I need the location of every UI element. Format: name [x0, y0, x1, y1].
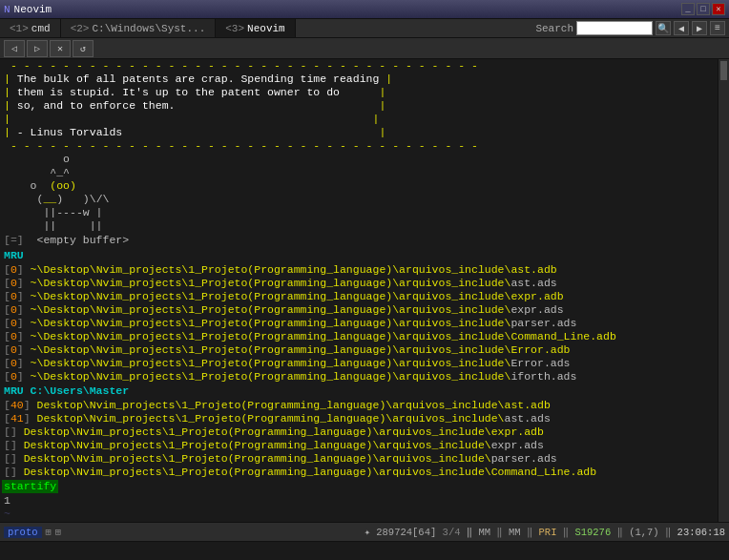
tab-prefix-2: <2> — [71, 23, 90, 34]
search-label: Search — [535, 23, 573, 34]
status-pos: ✦ 289724[64] — [364, 527, 437, 538]
mru-item-8[interactable]: [0] ~\Desktop\Nvim_projects\1_Projeto(Pr… — [0, 357, 718, 370]
scrollbar[interactable] — [718, 59, 729, 522]
status-delim6: ‖ — [665, 527, 677, 538]
tab-label-neovim: Neovim — [247, 23, 285, 34]
cursor-line: 1 — [0, 494, 718, 508]
main-content: - - - - - - - - - - - - - - - - - - - - … — [0, 59, 729, 522]
quote-line-0: - - - - - - - - - - - - - - - - - - - - … — [0, 59, 718, 73]
status-delim1: 3/4 — [443, 527, 467, 538]
titlebar: N Neovim _ □ ✕ — [0, 0, 729, 19]
status-sep2: ⊞ — [55, 526, 61, 538]
status-mm: ‖ MM — [467, 527, 490, 538]
status-time: 23:06:18 — [677, 527, 725, 538]
cmdline[interactable] — [0, 541, 729, 560]
tabbar: <1> cmd <2> C:\Windows\Syst... <3> Neovi… — [0, 19, 729, 38]
tab-prefix-1: <1> — [10, 23, 29, 34]
editor-area[interactable]: - - - - - - - - - - - - - - - - - - - - … — [0, 59, 718, 522]
status-cursor-pos: (1,7) — [629, 527, 659, 538]
toolbar-btn-2[interactable]: ▷ — [27, 40, 48, 57]
menu-button[interactable]: ≡ — [710, 21, 725, 35]
search-button[interactable]: 🔍 — [656, 21, 671, 35]
search-box[interactable] — [576, 21, 653, 35]
quote-line-1: | The bulk of all patents are crap. Spen… — [0, 73, 718, 86]
titlebar-title: Neovim — [14, 4, 52, 15]
mru-item-3[interactable]: [0] ~\Desktop\Nvim_projects\1_Projeto(Pr… — [0, 290, 718, 303]
mru-item-4[interactable]: [0] ~\Desktop\Nvim_projects\1_Projeto(Pr… — [0, 303, 718, 317]
toolbar-btn-3[interactable]: ✕ — [50, 40, 71, 57]
startify-label: startify — [2, 480, 58, 493]
toolbar: ◁ ▷ ✕ ↺ — [0, 38, 729, 59]
scrollbar-thumb[interactable] — [720, 61, 727, 80]
quote-line-2: | them is stupid. It's up to the patent … — [0, 86, 718, 99]
quote-line-6: - - - - - - - - - - - - - - - - - - - - … — [0, 139, 718, 153]
mru-item-7[interactable]: [0] ~\Desktop\Nvim_projects\1_Projeto(Pr… — [0, 343, 718, 357]
mru-item-1[interactable]: [0] ~\Desktop\Nvim_projects\1_Projeto(Pr… — [0, 263, 718, 277]
status-delim3: ‖ — [527, 527, 539, 538]
tab-label-cmd: cmd — [31, 23, 51, 34]
quote-line-5: | - Linus Torvalds | — [0, 126, 718, 139]
mru-header-2: MRU C:\Users\Master — [0, 384, 718, 399]
status-mm2: MM — [509, 527, 521, 538]
quote-line-4: | | — [0, 113, 718, 126]
mru-header-1: MRU — [0, 248, 718, 263]
tab-neovim[interactable]: <3> Neovim — [216, 19, 295, 37]
toolbar-btn-4[interactable]: ↺ — [73, 40, 94, 57]
tab-cmd[interactable]: <1> cmd — [0, 19, 61, 37]
mru-item-2[interactable]: [0] ~\Desktop\Nvim_projects\1_Projeto(Pr… — [0, 277, 718, 290]
tab-label-windows: C:\Windows\Syst... — [92, 23, 205, 34]
close-button[interactable]: ✕ — [712, 3, 725, 15]
app-icon: N — [4, 4, 10, 15]
quote-line-3: | so, and to enforce them. | — [0, 99, 718, 113]
tilde-1: ~ — [0, 508, 718, 521]
ascii-art-4: (__) )\/\ — [0, 193, 718, 206]
status-sep1: ⊞ — [46, 526, 52, 538]
statusbar: proto ⊞ ⊞ ✦ 289724[64] 3/4 ‖ MM ‖ MM ‖ P… — [0, 522, 729, 541]
mru-item-5[interactable]: [0] ~\Desktop\Nvim_projects\1_Projeto(Pr… — [0, 317, 718, 330]
nav-next-button[interactable]: ▶ — [692, 21, 707, 35]
tab-prefix-3: <3> — [225, 23, 244, 34]
toolbar-btn-1[interactable]: ◁ — [4, 40, 25, 57]
status-right: ✦ 289724[64] 3/4 ‖ MM ‖ MM ‖ PRI ‖ S1927… — [364, 526, 725, 538]
status-git: S19276 — [574, 527, 611, 538]
mru-item-6[interactable]: [0] ~\Desktop\Nvim_projects\1_Projeto(Pr… — [0, 330, 718, 343]
mru2-item-3[interactable]: [] Desktop\Nvim_projects\1_Projeto(Progr… — [0, 425, 718, 439]
nav-prev-button[interactable]: ◀ — [674, 21, 689, 35]
empty-buffer-line: [=] <empty buffer> — [0, 233, 718, 248]
mru2-item-6[interactable]: [] Desktop\Nvim_projects\1_Projeto(Progr… — [0, 466, 718, 479]
mru2-item-4[interactable]: [] Desktop\Nvim_projects\1_Projeto(Progr… — [0, 439, 718, 452]
search-area: Search 🔍 ◀ ▶ ≡ — [535, 19, 729, 37]
status-mode: proto — [4, 527, 42, 538]
titlebar-left: N Neovim — [4, 4, 52, 15]
status-delim4: ‖ — [563, 527, 575, 538]
ascii-art-6: || || — [0, 219, 718, 233]
tab-windows[interactable]: <2> C:\Windows\Syst... — [61, 19, 217, 37]
ascii-art-2: ^_^ — [0, 166, 718, 179]
ascii-art-1: o — [0, 153, 718, 166]
mru-item-9[interactable]: [0] ~\Desktop\Nvim_projects\1_Projeto(Pr… — [0, 370, 718, 384]
ascii-art-3: o (oo) — [0, 179, 718, 193]
search-input[interactable] — [579, 23, 650, 33]
status-pri: PRI — [539, 527, 557, 538]
status-delim5: ‖ — [617, 527, 630, 538]
mru2-item-2[interactable]: [41] Desktop\Nvim_projects\1_Projeto(Pro… — [0, 412, 718, 425]
titlebar-controls[interactable]: _ □ ✕ — [681, 3, 725, 15]
mru2-item-5[interactable]: [] Desktop\Nvim_projects\1_Projeto(Progr… — [0, 452, 718, 466]
minimize-button[interactable]: _ — [681, 3, 695, 15]
maximize-button[interactable]: □ — [697, 3, 710, 15]
ascii-art-5: ||----w | — [0, 206, 718, 219]
status-delim2: ‖ — [496, 527, 509, 538]
startify-line: startify — [0, 479, 718, 494]
mru2-item-1[interactable]: [40] Desktop\Nvim_projects\1_Projeto(Pro… — [0, 399, 718, 412]
cursor-indicator: 1 — [4, 494, 10, 508]
